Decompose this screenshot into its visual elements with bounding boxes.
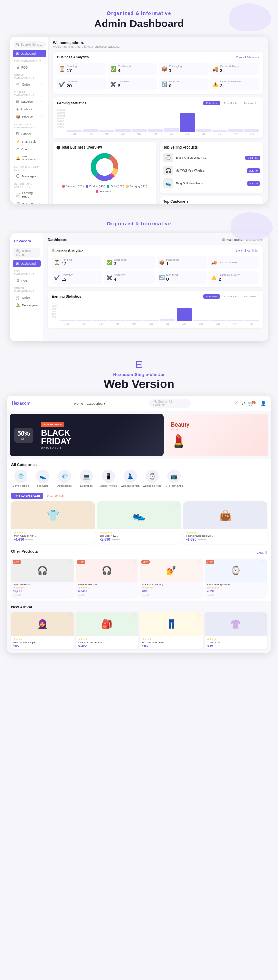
stat-returned: ↩️ Returned 0	[159, 78, 208, 91]
compare-icon[interactable]: ⇄	[242, 401, 245, 406]
price-block-3: ৳1,890 ৳2,200	[186, 538, 264, 542]
sidebar-item-banner[interactable]: 🖼 Banner	[13, 130, 46, 137]
sidebar-item-order[interactable]: 🛒 Order ▾	[13, 81, 46, 88]
tab-this-week[interactable]: This Week	[241, 101, 259, 105]
cart-icon-web[interactable]: 🛒1	[248, 401, 258, 406]
sidebar-item-pos[interactable]: 🖥 POS ▾	[13, 64, 46, 71]
cat-mens-fashion[interactable]: 👕 Men's Fashion	[11, 470, 30, 487]
sidebar-label-order-report: Order Report	[22, 202, 40, 204]
packaging-label-2: Packaging	[166, 258, 179, 261]
arrival-card-2: 🎒 ♡ ★★★★☆ Aluminum Travel Toy... ৳1,200	[76, 612, 138, 649]
heart-icon-2[interactable]: ♡	[175, 503, 179, 508]
sidebar-search-2[interactable]: 🔍 Search Menu...	[13, 248, 40, 258]
sidebar-item-category[interactable]: ▦ Category ▾	[13, 98, 46, 105]
heart-offer-2[interactable]: ♡	[133, 561, 136, 566]
category-icon: ▦	[16, 100, 19, 103]
sidebar-item-earning[interactable]: 📈 Earning Report	[13, 189, 46, 200]
heart-icon-3[interactable]: ♡	[261, 503, 265, 508]
sidebar-item-deliveryman-2[interactable]: 🚴 Deliveryman	[13, 302, 41, 309]
sidebar-label-attribute: Attribute	[21, 108, 32, 111]
mens-fashion-icon: 👕	[14, 470, 27, 483]
cat-mobiles[interactable]: 📱 Mobile Phones	[99, 470, 118, 487]
sidebar-item-coupon[interactable]: 🏷 Coupon	[13, 145, 46, 153]
sidebar-item-pos-2[interactable]: 🖥 POS	[13, 277, 41, 284]
heart-arrival-2[interactable]: ♡	[133, 614, 136, 619]
sidebar-item-flashsale[interactable]: ⚡ Flash Sale	[13, 138, 46, 145]
month2-oct: Oct	[210, 323, 226, 325]
earning-header: Earning Statistics This Year This Month …	[57, 101, 259, 105]
cat-footwear[interactable]: 👟 Footwear	[33, 470, 52, 487]
view-all-offer[interactable]: View All	[256, 551, 267, 555]
legend-customer: Customer ( 23 )	[62, 185, 84, 188]
bar-jun	[148, 129, 163, 132]
offer-info-3: Manicure Laundry... ★★★★☆ ৳890 ৳1,100	[140, 582, 202, 598]
sidebar-item-dashboard[interactable]: ⊞ Dashboard	[13, 50, 46, 57]
product-price-2: ৳2,690	[100, 538, 110, 542]
stat-pending: ⏳ Pending 17	[57, 63, 106, 75]
cat-tv[interactable]: 📺 TV & Home App.	[164, 470, 184, 487]
heart-offer-4[interactable]: ♡	[261, 561, 265, 566]
month-nov: Nov	[228, 132, 243, 135]
stat-canceled-2: ✖️ Canceled 4	[104, 271, 155, 284]
offer-price-2: ৳2,500	[78, 589, 136, 593]
cat-womens-fashion[interactable]: 👗 Women Fashion	[121, 470, 140, 487]
sidebar-item-product[interactable]: 📦 Product ▾	[13, 113, 46, 120]
offer-products-section: Offer Products View All 🎧 -20% ♡ Sport E…	[7, 546, 271, 601]
stat-confirmed-2: ✅ Confirmed 3	[104, 256, 155, 269]
cat-watches[interactable]: ⌚ Watches & Accs	[142, 470, 161, 487]
cat-electronics[interactable]: 💻 Electronics	[77, 470, 96, 487]
sidebar-item-messages[interactable]: 💬 Messages	[13, 173, 46, 180]
earning-card-2: Earning Statistics This Year This Month …	[47, 291, 264, 328]
sidebar-item-order-report[interactable]: 📋 Order Report	[13, 200, 46, 204]
tab-this-year[interactable]: This Year	[203, 101, 220, 105]
time-tabs-2: This Year This Month This Week	[203, 294, 259, 299]
flash-product-img-2: 👟 ♡	[97, 501, 181, 529]
heart-arrival-1[interactable]: ♡	[68, 614, 72, 619]
top-customers-title: Top Customers	[163, 200, 260, 204]
arrival-rating-2: ★★★★☆	[78, 638, 136, 641]
arrival-name-2: Aluminum Travel Toy...	[78, 641, 136, 644]
product-title-2: Big Bolt New...	[100, 535, 178, 538]
user-icon-web[interactable]: 👤	[261, 401, 266, 406]
tab-this-week-2[interactable]: This Week	[241, 294, 259, 299]
heart-icon-1[interactable]: ♡	[89, 503, 93, 508]
offer-name-1: Sport Earbuds 5.0...	[13, 583, 71, 586]
main-topbar-2: Dashboard 🏢 Main Branch Branch Admin	[47, 238, 264, 242]
sidebar-2: Hexacom 🔍 Search Menu... ⊞ Dashboard POS…	[10, 234, 43, 341]
arrival-img-1: 🧕 ♡	[11, 612, 74, 636]
section-label-report: REPORT AND ANALYTICS	[10, 180, 48, 189]
bar2-jul	[160, 319, 175, 321]
stat-returned-2: ↩️ Returned 0	[157, 271, 207, 284]
offer-name-4: Black Analog Watch...	[207, 583, 265, 586]
month-labels-2: Jan Feb Mar Apr May Jun Jul Aug Sep Oct …	[59, 323, 259, 325]
cat-accessories[interactable]: 💎 Accessories	[55, 470, 74, 487]
legend-dot-order	[107, 185, 109, 188]
web-search[interactable]: 🔍 Search All Products...	[149, 399, 191, 408]
sidebar-item-attribute[interactable]: ◈ Attribute	[13, 105, 46, 113]
web-nav-home[interactable]: Home	[74, 401, 83, 405]
sidebar-search[interactable]: 🔍 Search Menu...	[13, 41, 46, 48]
new-arrival-section: New Arrival 🧕 ♡ ★★★★☆ Hijab Shawl Simply…	[7, 601, 271, 653]
web-nav-categories[interactable]: Categories ▾	[87, 401, 105, 405]
sidebar-item-order-2[interactable]: 🛒 Order	[13, 294, 41, 301]
stat-canceled-data: Canceled 6	[118, 80, 130, 88]
tab-this-year-2[interactable]: This Year	[203, 294, 220, 299]
cat-label-womens: Women Fashion	[121, 484, 139, 487]
heart-arrival-4[interactable]: ♡	[261, 614, 265, 619]
bar2-jan	[59, 320, 75, 321]
tab-this-month[interactable]: This Month	[221, 101, 240, 105]
heart-offer-3[interactable]: ♡	[197, 561, 201, 566]
heart-offer-1[interactable]: ♡	[68, 561, 72, 566]
tab-this-month-2[interactable]: This Month	[221, 294, 240, 299]
sidebar-item-dashboard-2[interactable]: ⊞ Dashboard	[13, 260, 41, 267]
sidebar-item-notification[interactable]: 🔔 Send Notification	[13, 153, 46, 163]
pending-label: Pending	[67, 65, 77, 68]
heart-icon-web[interactable]: ♡	[235, 401, 239, 406]
month2-aug: Aug	[177, 323, 192, 325]
arrival-info-3: ★★★★☆ Frizzia Cotton Pant... ৳450	[140, 636, 202, 649]
bar2-sep	[193, 320, 209, 321]
flash-badge: ⚡ FLASH SALE!	[11, 493, 43, 498]
stat-delivered-data: Delivered 20	[67, 80, 79, 88]
arrival-card-1: 🧕 ♡ ★★★★☆ Hijab Shawl Simply... ৳890	[11, 612, 74, 649]
heart-arrival-3[interactable]: ♡	[197, 614, 201, 619]
